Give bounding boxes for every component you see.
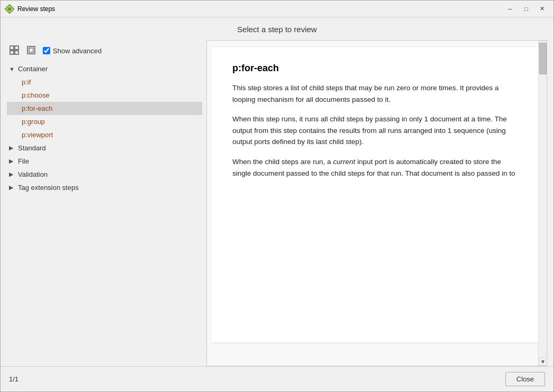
title-bar: Review steps ─ □ ✕ — [1, 1, 553, 17]
svg-rect-5 — [15, 51, 18, 54]
standard-label: Standard — [18, 144, 46, 152]
minimize-button[interactable]: ─ — [503, 3, 518, 15]
left-panel: Show advanced ▼ Container p:if p:choose … — [7, 40, 202, 366]
p-for-each-label: p:for-each — [22, 104, 53, 112]
dialog-header: Select a step to review — [1, 17, 553, 40]
doc-para-1: This step stores a list of child steps t… — [232, 82, 517, 105]
doc-scroll-area[interactable]: p:for-each This step stores a list of ch… — [207, 41, 538, 366]
file-label: File — [18, 157, 29, 165]
file-arrow: ▶ — [9, 158, 15, 165]
scrollbar-down-button[interactable]: ▼ — [539, 357, 547, 366]
tag-extension-arrow: ▶ — [9, 184, 15, 191]
collapse-all-button[interactable] — [24, 43, 39, 58]
svg-rect-6 — [27, 46, 35, 54]
container-label: Container — [18, 65, 48, 73]
validation-arrow: ▶ — [9, 171, 15, 178]
svg-rect-2 — [10, 46, 14, 50]
tree-container[interactable]: ▼ Container p:if p:choose p:for-each p:g… — [7, 62, 202, 366]
toolbar: Show advanced — [7, 40, 202, 62]
expand-all-button[interactable] — [7, 43, 22, 58]
svg-rect-7 — [29, 48, 33, 52]
page-counter: 1/1 — [9, 375, 18, 383]
tree-item-p-choose[interactable]: p:choose — [7, 89, 202, 102]
p-viewport-label: p:viewport — [22, 131, 53, 139]
tree-item-tag-extension[interactable]: ▶ Tag extension steps — [7, 181, 202, 194]
tree-item-validation[interactable]: ▶ Validation — [7, 168, 202, 181]
show-advanced-checkbox[interactable] — [43, 47, 50, 54]
maximize-button[interactable]: □ — [519, 3, 533, 15]
window-controls: ─ □ ✕ — [503, 3, 549, 15]
p-if-label: p:if — [22, 78, 31, 86]
tree-item-p-viewport[interactable]: p:viewport — [7, 128, 202, 141]
tree-item-standard[interactable]: ▶ Standard — [7, 141, 202, 155]
tree-item-p-group[interactable]: p:group — [7, 115, 202, 128]
close-button[interactable]: Close — [505, 372, 545, 386]
tree-item-p-for-each[interactable]: p:for-each — [7, 102, 202, 115]
show-advanced-label[interactable]: Show advanced — [43, 47, 102, 55]
svg-rect-3 — [15, 46, 18, 50]
expand-all-icon — [10, 45, 19, 56]
doc-content: p:for-each This step stores a list of ch… — [211, 47, 538, 342]
p-group-label: p:group — [22, 118, 45, 126]
doc-italic-word: current — [333, 158, 355, 166]
tree-item-p-if[interactable]: p:if — [7, 75, 202, 89]
doc-para-3: When the child steps are run, a current … — [232, 156, 517, 179]
window: Review steps ─ □ ✕ Select a step to revi… — [0, 0, 554, 392]
standard-arrow: ▶ — [9, 145, 15, 151]
svg-rect-4 — [10, 51, 14, 54]
scrollbar-thumb[interactable] — [539, 43, 547, 74]
p-choose-label: p:choose — [22, 91, 50, 99]
main-content: Show advanced ▼ Container p:if p:choose … — [1, 40, 553, 366]
collapse-all-icon — [26, 45, 36, 56]
footer: 1/1 Close — [1, 366, 553, 391]
tree-item-container[interactable]: ▼ Container — [7, 62, 202, 75]
doc-para-2: When this step runs, it runs all child s… — [232, 113, 517, 148]
dialog-title: Select a step to review — [237, 25, 317, 34]
validation-label: Validation — [18, 170, 48, 178]
container-arrow: ▼ — [9, 66, 15, 72]
app-icon — [5, 4, 14, 14]
window-title: Review steps — [17, 5, 503, 13]
tree-item-file[interactable]: ▶ File — [7, 155, 202, 168]
window-close-button[interactable]: ✕ — [534, 3, 549, 15]
right-panel: p:for-each This step stores a list of ch… — [206, 40, 547, 366]
doc-title: p:for-each — [232, 63, 517, 74]
show-advanced-text: Show advanced — [53, 47, 102, 55]
scrollbar-track[interactable]: ▲ ▼ — [538, 41, 547, 366]
tag-extension-label: Tag extension steps — [18, 184, 79, 192]
